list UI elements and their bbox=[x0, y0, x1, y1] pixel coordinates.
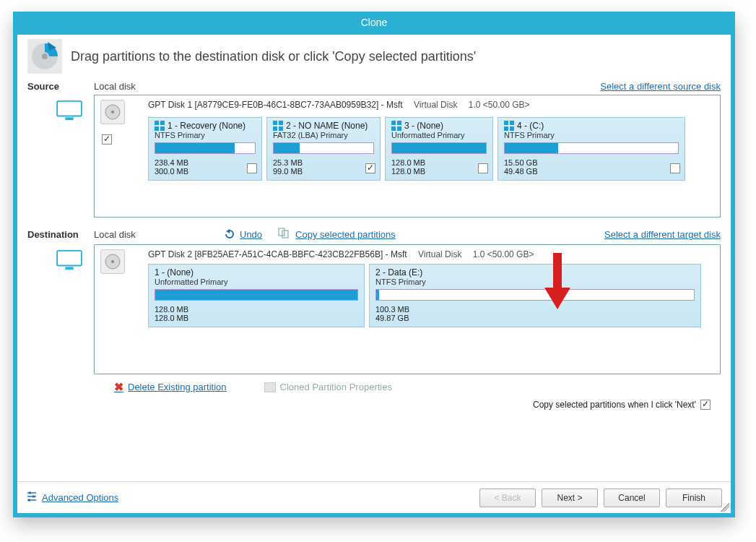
disk-title-text: GPT Disk 2 [8FB25AE7-A51C-4CAB-BBFC-423C… bbox=[148, 249, 407, 259]
svg-rect-25 bbox=[57, 251, 82, 266]
copy-when-next-checkbox[interactable] bbox=[700, 400, 711, 410]
advanced-options-link[interactable]: Advanced Options bbox=[26, 491, 118, 504]
svg-rect-29 bbox=[29, 492, 31, 494]
partition-checkbox[interactable] bbox=[670, 163, 680, 173]
source-partition-4[interactable]: 4 - (C:)NTFS Primary15.50 GB49.48 GB bbox=[498, 117, 685, 181]
select-source-link[interactable]: Select a different source disk bbox=[600, 81, 721, 92]
svg-rect-4 bbox=[65, 117, 73, 120]
svg-rect-26 bbox=[65, 267, 73, 270]
partition-checkbox[interactable] bbox=[247, 163, 257, 173]
partition-checkbox[interactable] bbox=[478, 163, 488, 173]
svg-rect-16 bbox=[397, 121, 401, 125]
properties-icon bbox=[264, 382, 276, 392]
next-button[interactable]: Next > bbox=[542, 489, 598, 507]
disk-title-text: GPT Disk 1 [A8779CE9-FE0B-46C1-8BC7-73AA… bbox=[148, 100, 403, 110]
source-partition-3[interactable]: 3 - (None)Unformatted Primary128.0 MB128… bbox=[385, 117, 493, 181]
delete-icon: ✖ bbox=[114, 380, 123, 394]
source-sub: Local disk bbox=[94, 81, 136, 92]
source-disk-panel: GPT Disk 1 [A8779CE9-FE0B-46C1-8BC7-73AA… bbox=[94, 95, 721, 218]
footer-buttons: < Back Next > Cancel Finish bbox=[479, 489, 722, 507]
instruction-row: Drag partitions to the destination disk … bbox=[27, 39, 721, 74]
clone-window: Clone Drag partitions to the destination… bbox=[13, 12, 735, 517]
dest-partition-1[interactable]: 1 - (None)Unformatted Primary128.0 MB128… bbox=[148, 264, 365, 327]
svg-rect-3 bbox=[57, 101, 82, 116]
copy-text: Copy selected partitions bbox=[295, 229, 396, 240]
back-button[interactable]: < Back bbox=[479, 489, 536, 507]
instruction-text: Drag partitions to the destination disk … bbox=[71, 49, 476, 64]
svg-rect-20 bbox=[510, 121, 514, 125]
undo-icon bbox=[224, 228, 235, 241]
dest-header: Destination Local disk Undo Copy selecte… bbox=[94, 228, 721, 241]
svg-rect-19 bbox=[504, 121, 508, 125]
partition-props-disabled: Cloned Partition Properties bbox=[264, 382, 392, 392]
computer-icon bbox=[56, 249, 83, 271]
copy-partitions-link[interactable]: Copy selected partitions bbox=[278, 228, 396, 241]
select-target-link[interactable]: Select a different target disk bbox=[604, 229, 721, 240]
delete-text: Delete Existing partition bbox=[128, 382, 227, 392]
source-disk-row: GPT Disk 1 [A8779CE9-FE0B-46C1-8BC7-73AA… bbox=[100, 100, 714, 181]
disk-meta2: 1.0 <50.00 GB> bbox=[473, 249, 534, 259]
hdd-icon bbox=[100, 100, 125, 124]
svg-rect-12 bbox=[279, 121, 283, 125]
source-label: Source bbox=[27, 81, 94, 92]
svg-rect-15 bbox=[391, 121, 396, 125]
svg-rect-31 bbox=[28, 499, 30, 502]
dest-disk-title: GPT Disk 2 [8FB25AE7-A51C-4CAB-BBFC-423C… bbox=[148, 249, 714, 259]
svg-rect-8 bbox=[160, 121, 165, 125]
window-title: Clone bbox=[16, 14, 732, 35]
dest-disk-panel: GPT Disk 2 [8FB25AE7-A51C-4CAB-BBFC-423C… bbox=[94, 244, 721, 374]
disk-meta1: Virtual Disk bbox=[418, 249, 461, 259]
clone-app-icon bbox=[27, 39, 62, 74]
disk-meta2: 1.0 <50.00 GB> bbox=[469, 100, 530, 110]
dest-sub: Local disk bbox=[94, 229, 136, 240]
svg-rect-24 bbox=[282, 231, 288, 238]
computer-icon bbox=[56, 100, 83, 121]
source-partition-1[interactable]: 1 - Recovery (None)NTFS Primary238.4 MB3… bbox=[148, 117, 262, 181]
resize-grip[interactable] bbox=[721, 503, 729, 512]
hdd-icon bbox=[100, 249, 125, 274]
sliders-icon bbox=[26, 491, 38, 504]
select-all-checkbox[interactable] bbox=[102, 134, 112, 147]
disk-meta1: Virtual Disk bbox=[414, 100, 457, 110]
source-partitions: 1 - Recovery (None)NTFS Primary238.4 MB3… bbox=[148, 117, 685, 181]
dest-disk-row: GPT Disk 2 [8FB25AE7-A51C-4CAB-BBFC-423C… bbox=[100, 249, 714, 327]
svg-point-1 bbox=[42, 53, 48, 59]
advanced-text: Advanced Options bbox=[42, 492, 118, 503]
finish-button[interactable]: Finish bbox=[666, 489, 722, 507]
svg-point-6 bbox=[111, 111, 114, 113]
content-area: Drag partitions to the destination disk … bbox=[17, 33, 731, 410]
post-actions: ✖ Delete Existing partition Cloned Parti… bbox=[114, 380, 721, 394]
svg-rect-7 bbox=[155, 121, 159, 125]
props-text: Cloned Partition Properties bbox=[280, 382, 392, 392]
copy-when-next-label: Copy selected partitions when I click 'N… bbox=[533, 400, 696, 410]
dest-partitions: 1 - (None)Unformatted Primary128.0 MB128… bbox=[148, 264, 714, 327]
undo-text: Undo bbox=[240, 229, 262, 240]
footer: Advanced Options < Back Next > Cancel Fi… bbox=[17, 481, 731, 513]
source-partition-2[interactable]: 2 - NO NAME (None)FAT32 (LBA) Primary25.… bbox=[266, 117, 381, 181]
dest-partition-2[interactable]: 2 - Data (E:)NTFS Primary100.3 MB49.87 G… bbox=[369, 264, 701, 327]
dest-disk-info: GPT Disk 2 [8FB25AE7-A51C-4CAB-BBFC-423C… bbox=[148, 249, 714, 327]
cancel-button[interactable]: Cancel bbox=[604, 489, 660, 507]
delete-partition-link[interactable]: ✖ Delete Existing partition bbox=[114, 380, 227, 394]
source-header: Source Local disk Select a different sou… bbox=[27, 81, 721, 92]
partition-checkbox[interactable] bbox=[365, 163, 375, 173]
svg-point-28 bbox=[111, 260, 114, 263]
source-disk-title: GPT Disk 1 [A8779CE9-FE0B-46C1-8BC7-73AA… bbox=[148, 100, 714, 110]
dest-label: Destination bbox=[27, 229, 79, 240]
svg-rect-30 bbox=[32, 496, 35, 498]
svg-rect-11 bbox=[273, 121, 277, 125]
source-disk-info: GPT Disk 1 [A8779CE9-FE0B-46C1-8BC7-73AA… bbox=[148, 100, 714, 181]
undo-link[interactable]: Undo bbox=[224, 228, 262, 241]
copy-when-next-row: Copy selected partitions when I click 'N… bbox=[27, 400, 711, 410]
svg-rect-23 bbox=[279, 228, 284, 236]
copy-icon bbox=[278, 228, 291, 241]
